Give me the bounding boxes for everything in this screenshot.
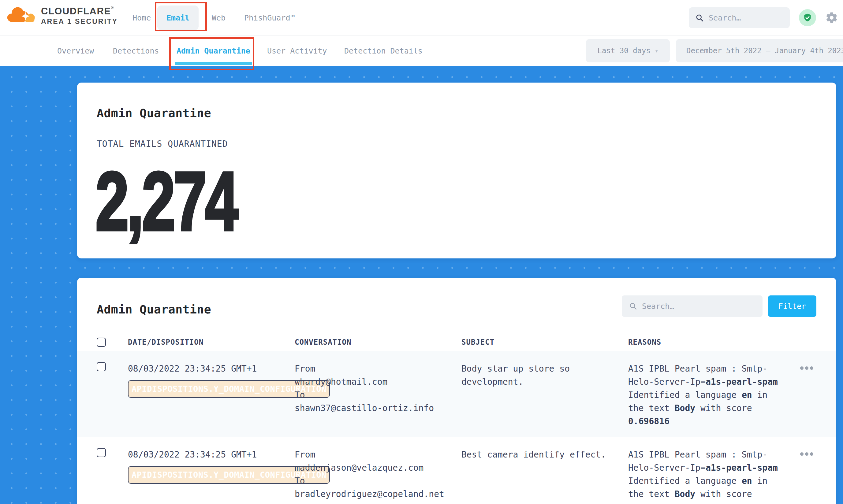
reasons-cell: A1S IPBL Pearl spam : Smtp-Helo-Server-I… bbox=[628, 362, 784, 428]
row-actions-menu[interactable] bbox=[800, 452, 836, 456]
to-label: To bbox=[295, 389, 461, 401]
shield-check-icon bbox=[803, 13, 812, 23]
filter-button[interactable]: Filter bbox=[768, 295, 816, 317]
cloudflare-cloud-icon bbox=[6, 4, 38, 27]
metric-label: TOTAL EMAILS QUARANTINED bbox=[97, 139, 817, 149]
row-checkbox[interactable] bbox=[97, 448, 106, 457]
brand-name: CLOUDFLARE® bbox=[41, 5, 118, 17]
cloudflare-logo[interactable]: CLOUDFLARE® AREA 1 SECURITY bbox=[6, 4, 118, 27]
column-header-date[interactable]: DATE/DISPOSITION bbox=[128, 338, 295, 346]
reasons-cell: A1S IPBL Pearl spam : Smtp-Helo-Server-I… bbox=[628, 448, 784, 504]
time-range-label: Last 30 days bbox=[598, 47, 651, 55]
nav-item-web[interactable]: Web bbox=[212, 0, 226, 35]
row-date: 08/03/2022 23:34:25 GMT+1 bbox=[128, 450, 257, 460]
metric-value: 2,274 bbox=[95, 160, 236, 243]
to-address[interactable]: shawn37@castillo-ortiz.info bbox=[295, 401, 461, 415]
settings-gear-icon[interactable] bbox=[825, 11, 838, 24]
global-search-input[interactable] bbox=[709, 14, 776, 22]
column-header-subject[interactable]: SUBJECT bbox=[461, 338, 628, 346]
table-row: 08/03/2022 23:34:25 GMT+1 APIDISPOSITION… bbox=[77, 351, 836, 437]
tab-detections[interactable]: Detections bbox=[113, 35, 159, 66]
table-search-input[interactable] bbox=[642, 302, 746, 311]
summary-card: Admin Quarantine TOTAL EMAILS QUARANTINE… bbox=[77, 83, 836, 258]
from-label: From bbox=[295, 362, 461, 375]
date-disposition-cell: 08/03/2022 23:34:25 GMT+1 APIDISPOSITION… bbox=[128, 448, 295, 484]
to-address[interactable]: bradleyrodriguez@copeland.net bbox=[295, 487, 461, 501]
column-header-conversation[interactable]: CONVERSATION bbox=[295, 338, 461, 346]
page-background: Admin Quarantine TOTAL EMAILS QUARANTINE… bbox=[0, 66, 843, 504]
time-range-dropdown[interactable]: Last 30 days ▾ bbox=[586, 39, 670, 62]
tab-user-activity[interactable]: User Activity bbox=[267, 35, 327, 66]
date-disposition-cell: 08/03/2022 23:34:25 GMT+1 APIDISPOSITION… bbox=[128, 362, 295, 398]
top-right-cluster bbox=[689, 0, 838, 35]
column-header-reasons[interactable]: REASONS bbox=[628, 338, 796, 346]
search-icon bbox=[696, 14, 704, 22]
chevron-down-icon: ▾ bbox=[655, 48, 658, 54]
brand-text: CLOUDFLARE® AREA 1 SECURITY bbox=[41, 5, 118, 26]
nav-item-home[interactable]: Home bbox=[133, 0, 151, 35]
conversation-cell: From maddenjason@velazquez.com To bradle… bbox=[295, 448, 461, 501]
from-address[interactable]: whardy@hotmail.com bbox=[295, 375, 461, 389]
registered-mark: ® bbox=[111, 5, 114, 10]
top-bar: CLOUDFLARE® AREA 1 SECURITY Home Email W… bbox=[0, 0, 843, 35]
to-label: To bbox=[295, 474, 461, 487]
summary-card-title: Admin Quarantine bbox=[97, 106, 817, 120]
date-range-display[interactable]: December 5th 2022 — January 4th 2023 bbox=[676, 39, 843, 62]
table-row: 08/03/2022 23:34:25 GMT+1 APIDISPOSITION… bbox=[77, 437, 836, 504]
tab-overview[interactable]: Overview bbox=[57, 35, 94, 66]
tab-detection-details[interactable]: Detection Details bbox=[344, 35, 423, 66]
table-search[interactable] bbox=[622, 295, 762, 317]
quarantine-table-card: Admin Quarantine Filter DATE/DISPOSITION… bbox=[77, 278, 836, 504]
date-range-text: December 5th 2022 — January 4th 2023 bbox=[686, 47, 843, 55]
table-header-row: DATE/DISPOSITION CONVERSATION SUBJECT RE… bbox=[77, 334, 836, 351]
brand-subtitle: AREA 1 SECURITY bbox=[41, 17, 118, 26]
from-label: From bbox=[295, 448, 461, 461]
select-all-checkbox[interactable] bbox=[97, 338, 106, 347]
search-icon bbox=[629, 302, 637, 310]
row-checkbox[interactable] bbox=[97, 362, 106, 371]
nav-item-email[interactable]: Email bbox=[157, 5, 198, 30]
subject-cell: Body star up store so development. bbox=[461, 362, 617, 389]
conversation-cell: From whardy@hotmail.com To shawn37@casti… bbox=[295, 362, 461, 415]
nav-item-phishguard[interactable]: PhishGuard™ bbox=[244, 0, 295, 35]
security-status-badge[interactable] bbox=[799, 9, 816, 26]
tab-admin-quarantine[interactable]: Admin Quarantine bbox=[177, 35, 250, 66]
row-date: 08/03/2022 23:34:25 GMT+1 bbox=[128, 364, 257, 374]
global-search[interactable] bbox=[689, 7, 790, 28]
subject-cell: Best camera identify effect. bbox=[461, 448, 617, 461]
section-tab-bar: Overview Detections Admin Quarantine Use… bbox=[0, 35, 843, 66]
table-card-header: Admin Quarantine Filter bbox=[97, 278, 817, 318]
from-address[interactable]: maddenjason@velazquez.com bbox=[295, 461, 461, 474]
row-actions-menu[interactable] bbox=[800, 366, 836, 370]
